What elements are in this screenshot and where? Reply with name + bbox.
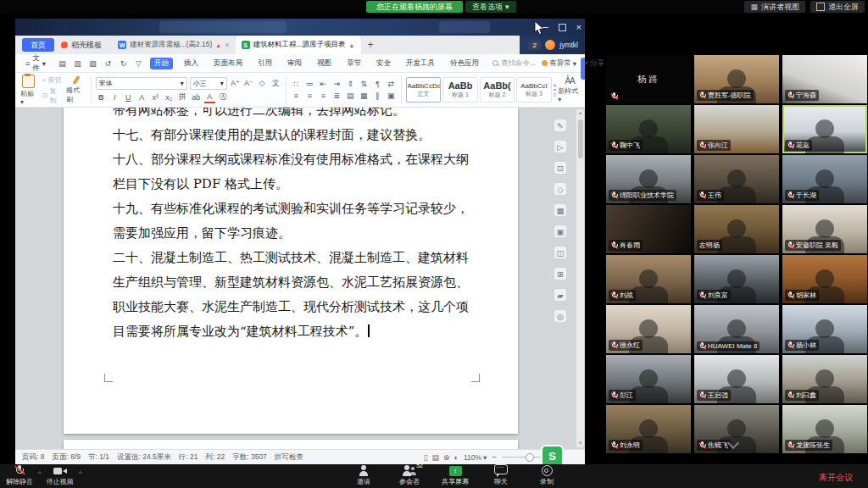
- show-marks-icon[interactable]: ¶: [372, 79, 383, 89]
- participant-tile[interactable]: 刘良富: [694, 255, 779, 303]
- style-标题 1[interactable]: AaBb标题 1: [442, 77, 478, 103]
- scroll-down-icon[interactable]: ▼: [576, 440, 584, 447]
- ribbon-tab-特色应用[interactable]: 特色应用: [446, 58, 483, 69]
- participant-tile[interactable]: HUAWEI Mate 8: [694, 305, 779, 353]
- participant-tile[interactable]: 王启强: [694, 355, 779, 403]
- participant-tile[interactable]: 徐永红: [606, 305, 691, 353]
- file-menu-button[interactable]: ≡ 文件 ▾: [20, 53, 51, 75]
- scrollbar-thumb[interactable]: [578, 119, 583, 158]
- participant-tile[interactable]: 张向江: [694, 105, 779, 153]
- notification-badge[interactable]: 2: [528, 41, 541, 50]
- unmute-button[interactable]: 解除静音: [5, 465, 34, 486]
- participants-button[interactable]: 52参会者: [395, 465, 424, 486]
- new-tab-button[interactable]: +: [361, 39, 381, 51]
- ribbon-tab-页面布局[interactable]: 页面布局: [209, 58, 247, 69]
- participant-tile[interactable]: 刘战: [606, 255, 691, 303]
- document-tab-2[interactable]: S 建筑材料工程...源库子项目表 ▲: [236, 36, 361, 54]
- participant-tile[interactable]: 王伟: [694, 155, 779, 203]
- leave-meeting-button[interactable]: 离开会议: [814, 471, 858, 485]
- select-icon[interactable]: ▷: [554, 141, 566, 152]
- participant-tile[interactable]: 左明杨: [694, 205, 779, 253]
- ribbon-tab-章节[interactable]: 章节: [342, 58, 365, 69]
- home-tab-button[interactable]: 首页: [22, 38, 54, 52]
- redo-icon[interactable]: ↻: [118, 58, 129, 69]
- ribbon-tab-审阅[interactable]: 审阅: [283, 58, 306, 69]
- new-style-button[interactable]: A̓A 新样式▾: [558, 76, 581, 103]
- share-screen-button[interactable]: ↑共享屏幕: [441, 465, 470, 486]
- phonetic-icon[interactable]: 拼: [177, 92, 188, 103]
- next-page-top[interactable]: [64, 440, 518, 449]
- participant-tile[interactable]: 龙建陈张生: [782, 405, 867, 453]
- print-icon[interactable]: ▧: [87, 58, 98, 69]
- underline-icon[interactable]: U: [123, 92, 134, 103]
- document-page[interactable]: 带有网站标签，可以进行二次编辑，去掉网站标记。十七、有部分课程使用的是默认的课程…: [64, 108, 518, 434]
- text-direction-icon[interactable]: ⇄: [386, 79, 397, 89]
- style-标题 2[interactable]: AaBb(标题 2: [480, 77, 515, 103]
- participant-tile[interactable]: 彭江: [606, 355, 691, 403]
- font-name-select[interactable]: 宋体 ▾: [96, 77, 187, 90]
- justify-icon[interactable]: ≣: [331, 91, 342, 101]
- align-center-icon[interactable]: ≡: [304, 91, 315, 101]
- outdent-icon[interactable]: ⇤: [318, 79, 329, 89]
- zoom-out-button[interactable]: −: [492, 453, 497, 462]
- style-正文[interactable]: AaBbCcDd正文: [406, 77, 442, 103]
- page-border-icon[interactable]: ▣: [386, 91, 397, 101]
- columns-icon[interactable]: ∥: [372, 91, 383, 101]
- record-button[interactable]: 录制: [532, 465, 561, 486]
- zoom-slider[interactable]: [502, 457, 546, 458]
- text-effect-icon[interactable]: 文: [270, 78, 281, 88]
- cut-button[interactable]: ×剪切: [42, 75, 63, 85]
- outline-view-icon[interactable]: ▤: [431, 453, 439, 462]
- unmute-options-chevron[interactable]: ^: [38, 469, 42, 477]
- speaker-view-button[interactable]: ▦ 演讲者视图: [744, 1, 805, 13]
- grow-font-icon[interactable]: A⁺: [230, 78, 241, 88]
- maximize-icon[interactable]: [559, 24, 566, 31]
- chat-button[interactable]: 聊天: [487, 465, 515, 486]
- avatar[interactable]: [545, 40, 555, 50]
- more-participants-chevron[interactable]: [727, 437, 739, 449]
- ribbon-tab-开始[interactable]: 开始: [150, 58, 173, 69]
- bold-icon[interactable]: B: [96, 92, 107, 103]
- bookmark-icon[interactable]: ▰: [554, 289, 566, 301]
- participant-tile[interactable]: 宁海森: [782, 55, 867, 103]
- exit-fullscreen-button[interactable]: 退出全屏: [810, 1, 865, 13]
- subscript-icon[interactable]: x₂: [164, 92, 175, 103]
- 分享-button[interactable]: ↗分享: [582, 58, 604, 69]
- paste-button[interactable]: 粘贴▾: [19, 75, 39, 106]
- ribbon-tab-插入[interactable]: 插入: [180, 58, 203, 69]
- docer-templates-button[interactable]: 稻壳模板: [61, 40, 102, 51]
- ribbon-tab-视图[interactable]: 视图: [313, 58, 336, 69]
- 有异常-button[interactable]: 有异常▾: [542, 58, 576, 69]
- comment-icon[interactable]: ⊡: [554, 162, 566, 174]
- scroll-up-icon[interactable]: ▲: [576, 109, 584, 117]
- apps-icon[interactable]: ⊞: [554, 268, 566, 280]
- shading-icon[interactable]: ▦: [359, 91, 370, 101]
- participant-tile[interactable]: 肖春雨: [606, 205, 691, 253]
- participant-tile[interactable]: 胡家林: [782, 255, 867, 303]
- style-标题 3[interactable]: AaBbCcI标题 3: [516, 77, 552, 103]
- font-color-icon[interactable]: A: [204, 92, 215, 103]
- strike-icon[interactable]: A: [136, 92, 147, 103]
- superscript-icon[interactable]: x²: [150, 92, 161, 103]
- char-border-icon[interactable]: Ⓐ: [218, 92, 229, 103]
- page-view-icon[interactable]: ▯: [423, 453, 427, 462]
- font-size-select[interactable]: 小三 ▾: [190, 77, 227, 90]
- zoom-level[interactable]: 110% ▾: [464, 453, 487, 462]
- close-icon[interactable]: ×: [576, 23, 581, 32]
- eye-protect-icon[interactable]: ◐: [453, 453, 458, 462]
- copy-button[interactable]: ⊡复制: [42, 86, 63, 105]
- save-icon[interactable]: ▤: [57, 58, 68, 69]
- preview-icon[interactable]: ▥: [72, 58, 83, 69]
- ribbon-tab-安全[interactable]: 安全: [372, 58, 395, 69]
- sidebar-handle[interactable]: [581, 58, 585, 80]
- table-icon[interactable]: ▦: [554, 204, 566, 216]
- vertical-scrollbar[interactable]: ▲ ▼: [576, 109, 584, 447]
- sort-icon[interactable]: ⇅: [359, 79, 370, 89]
- participant-tile[interactable]: 杨路: [606, 55, 691, 103]
- participant-tile[interactable]: 贾胜军-德职院: [694, 55, 779, 103]
- numbering-icon[interactable]: ≔: [304, 79, 315, 89]
- collapse-icon[interactable]: ▽: [133, 58, 144, 69]
- clear-format-icon[interactable]: ◇: [257, 78, 268, 88]
- window-title-bar[interactable]: ×: [15, 19, 585, 36]
- command-search[interactable]: 查找命令...: [492, 58, 536, 69]
